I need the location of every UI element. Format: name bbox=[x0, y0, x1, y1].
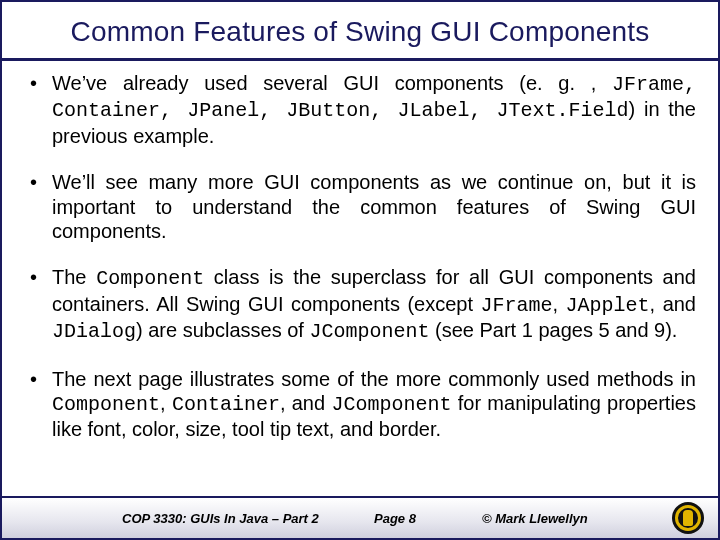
bullet-1: We’ve already used several GUI component… bbox=[24, 71, 696, 148]
text: ) are subclasses of bbox=[136, 319, 309, 341]
code: JComponent bbox=[331, 393, 451, 416]
slide: Common Features of Swing GUI Components … bbox=[0, 0, 720, 540]
bullet-3: The Component class is the superclass fo… bbox=[24, 265, 696, 344]
footer: COP 3330: GUIs In Java – Part 2 Page 8 ©… bbox=[2, 496, 718, 538]
text: , and bbox=[650, 293, 696, 315]
footer-copyright: © Mark Llewellyn bbox=[482, 511, 588, 526]
bullet-4: The next page illustrates some of the mo… bbox=[24, 367, 696, 442]
bullet-list: We’ve already used several GUI component… bbox=[24, 71, 696, 442]
text: We’ve already used several GUI component… bbox=[52, 72, 612, 94]
slide-body: We’ve already used several GUI component… bbox=[2, 61, 718, 496]
footer-page: Page 8 bbox=[374, 511, 416, 526]
text: (see Part 1 pages 5 and 9). bbox=[429, 319, 677, 341]
code: JFrame bbox=[480, 294, 552, 317]
bullet-2: We’ll see many more GUI components as we… bbox=[24, 170, 696, 243]
university-logo-icon bbox=[672, 502, 704, 534]
footer-course: COP 3330: GUIs In Java – Part 2 bbox=[122, 511, 319, 526]
code: Component bbox=[96, 267, 204, 290]
code: JComponent bbox=[309, 320, 429, 343]
text: The bbox=[52, 266, 96, 288]
code: Component bbox=[52, 393, 160, 416]
text: The next page illustrates some of the mo… bbox=[52, 368, 696, 390]
text: , bbox=[160, 392, 172, 414]
text: , and bbox=[280, 392, 332, 414]
text: , bbox=[553, 293, 566, 315]
slide-title: Common Features of Swing GUI Components bbox=[2, 2, 718, 52]
text: We’ll see many more GUI components as we… bbox=[52, 171, 696, 242]
code: Container bbox=[172, 393, 280, 416]
code: JDialog bbox=[52, 320, 136, 343]
code: JApplet bbox=[566, 294, 650, 317]
